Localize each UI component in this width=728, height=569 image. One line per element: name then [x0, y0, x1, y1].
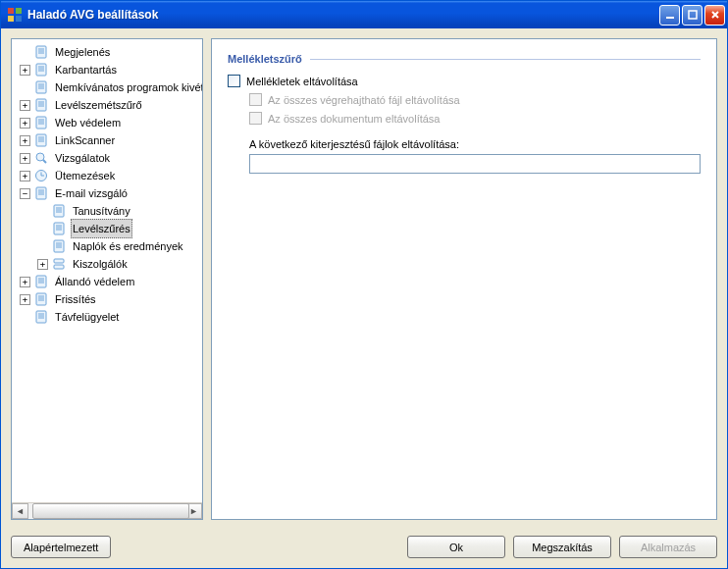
- tree-panel: Megjelenés + Karbantartás Nemkívánatos p…: [11, 38, 203, 520]
- divider: [310, 59, 701, 60]
- tree-item-scans[interactable]: + Vizsgálatok: [16, 149, 202, 167]
- svg-rect-57: [36, 293, 46, 305]
- page-icon: [33, 62, 49, 78]
- expander-collapsed[interactable]: +: [37, 259, 48, 270]
- page-icon: [33, 97, 49, 113]
- tree-item-mailfilter[interactable]: Levélszűrés: [16, 220, 202, 237]
- checkbox-icon: [249, 93, 262, 106]
- expander-blank: [20, 47, 30, 58]
- checkbox-label: Az összes végrehajtható fájl eltávolítás…: [268, 94, 460, 106]
- checkbox-label: Mellékletek eltávolítása: [246, 76, 358, 87]
- extensions-label: A következő kiterjesztésű fájlok eltávol…: [249, 138, 701, 150]
- svg-rect-14: [36, 81, 46, 93]
- minimize-button[interactable]: [659, 5, 680, 26]
- titlebar[interactable]: Haladó AVG beállítások: [1, 1, 727, 28]
- checkbox-remove-attachments[interactable]: Mellékletek eltávolítása: [228, 75, 701, 87]
- svg-line-31: [43, 160, 46, 163]
- svg-rect-53: [36, 276, 46, 287]
- svg-rect-22: [36, 117, 46, 129]
- clock-icon: [33, 168, 49, 183]
- tree-label-selected: Levélszűrés: [71, 219, 132, 238]
- page-icon: [51, 238, 67, 254]
- window-title: Haladó AVG beállítások: [27, 8, 659, 22]
- tree-item-realtime[interactable]: + Állandó védelem: [16, 273, 202, 290]
- tree-view[interactable]: Megjelenés + Karbantartás Nemkívánatos p…: [11, 38, 203, 520]
- expander-collapsed[interactable]: +: [20, 135, 30, 146]
- tree-item-email-scanner[interactable]: − E-mail vizsgáló: [16, 184, 202, 202]
- page-icon: [33, 309, 49, 325]
- expander-expanded[interactable]: −: [20, 188, 30, 199]
- tree-list: Megjelenés + Karbantartás Nemkívánatos p…: [12, 39, 202, 502]
- group-title: Mellékletszűrő: [228, 53, 302, 65]
- svg-rect-61: [36, 311, 46, 323]
- server-icon: [51, 256, 67, 272]
- extensions-input-wrap: [249, 154, 701, 174]
- horizontal-scrollbar[interactable]: ◄ ►: [12, 502, 202, 519]
- expander-collapsed[interactable]: +: [20, 171, 30, 181]
- svg-rect-39: [54, 205, 64, 217]
- page-icon: [51, 221, 67, 236]
- group-header: Mellékletszűrő: [228, 53, 701, 65]
- page-icon: [33, 115, 49, 130]
- page-icon: [33, 274, 49, 289]
- tree-label: E-mail vizsgáló: [53, 184, 130, 202]
- tree-label: Megjelenés: [53, 43, 112, 61]
- tree-label: Karbantartás: [53, 61, 119, 78]
- tree-label: Web védelem: [53, 114, 123, 131]
- expander-blank: [37, 224, 48, 234]
- apply-button[interactable]: Alkalmazás: [619, 536, 717, 558]
- expander-collapsed[interactable]: +: [20, 153, 30, 164]
- default-button[interactable]: Alapértelmezett: [11, 536, 111, 558]
- window-buttons: [659, 5, 725, 26]
- svg-rect-47: [54, 240, 64, 252]
- tree-item-appearance[interactable]: Megjelenés: [16, 43, 202, 61]
- svg-rect-2: [8, 16, 14, 22]
- tree-label: Állandó védelem: [53, 273, 136, 290]
- tree-item-update[interactable]: + Frissítés: [16, 290, 202, 308]
- svg-point-30: [36, 153, 44, 161]
- ok-button[interactable]: Ok: [407, 536, 505, 558]
- tree-item-servers[interactable]: + Kiszolgálók: [16, 255, 202, 273]
- expander-collapsed[interactable]: +: [20, 294, 30, 305]
- tree-label: Frissítés: [53, 290, 98, 308]
- expander-collapsed[interactable]: +: [20, 277, 30, 287]
- maximize-button[interactable]: [682, 5, 702, 26]
- tree-item-logs[interactable]: Naplók és eredmények: [16, 237, 202, 255]
- tree-label: Nemkívánatos programok kivételei: [53, 78, 202, 96]
- expander-collapsed[interactable]: +: [20, 100, 30, 111]
- tree-item-exceptions[interactable]: Nemkívánatos programok kivételei: [16, 78, 202, 96]
- scroll-thumb[interactable]: [32, 503, 189, 519]
- svg-rect-4: [666, 17, 674, 19]
- spacer: [119, 536, 399, 558]
- expander-blank: [37, 206, 48, 217]
- scroll-track[interactable]: [28, 503, 185, 519]
- svg-rect-0: [8, 8, 14, 14]
- expander-blank: [20, 82, 30, 93]
- checkbox-remove-exe: Az összes végrehajtható fájl eltávolítás…: [249, 93, 701, 106]
- tree-label: LinkScanner: [53, 131, 117, 149]
- expander-collapsed[interactable]: +: [20, 65, 30, 76]
- scroll-left-arrow-icon[interactable]: ◄: [12, 503, 28, 519]
- tree-item-web-protection[interactable]: + Web védelem: [16, 114, 202, 131]
- tree-item-maintenance[interactable]: + Karbantartás: [16, 61, 202, 78]
- button-row: Alapértelmezett Ok Megszakítás Alkalmazá…: [1, 530, 727, 568]
- checkbox-icon[interactable]: [228, 75, 240, 87]
- tree-label: Naplók és eredmények: [71, 237, 185, 255]
- tree-item-certificate[interactable]: Tanusítvány: [16, 202, 202, 220]
- checkbox-icon: [249, 112, 262, 125]
- tree-item-spamfilter[interactable]: + Levélszemétszűrő: [16, 96, 202, 114]
- tree-item-linkscanner[interactable]: + LinkScanner: [16, 131, 202, 149]
- expander-collapsed[interactable]: +: [20, 118, 30, 129]
- checkbox-remove-doc: Az összes dokumentum eltávolítása: [249, 112, 701, 125]
- extensions-input[interactable]: [249, 154, 701, 174]
- svg-rect-10: [36, 64, 46, 76]
- tree-item-schedules[interactable]: + Ütemezések: [16, 167, 202, 184]
- cancel-button[interactable]: Megszakítás: [513, 536, 611, 558]
- page-icon: [33, 79, 49, 95]
- page-icon: [51, 203, 67, 219]
- expander-blank: [20, 312, 30, 323]
- tree-item-remote[interactable]: Távfelügyelet: [16, 308, 202, 326]
- svg-rect-52: [54, 265, 64, 269]
- svg-rect-3: [16, 16, 22, 22]
- close-button[interactable]: [704, 5, 725, 26]
